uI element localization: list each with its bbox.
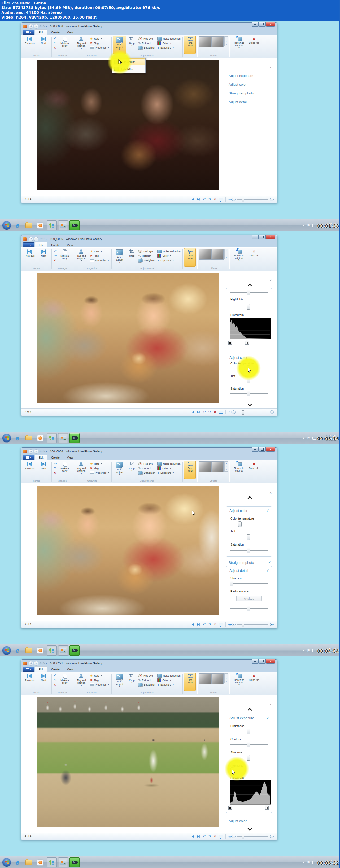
effect-thumbnail[interactable] [211, 36, 223, 47]
maximize-button[interactable] [259, 447, 266, 452]
crop-button[interactable]: Crop▼ [127, 35, 137, 54]
forward-button[interactable]: ► [34, 237, 38, 241]
effect-thumbnail[interactable] [211, 249, 223, 260]
shadows-slider[interactable] [230, 289, 268, 296]
file-menu-button[interactable]: ▼ [23, 30, 34, 35]
flag-button[interactable]: ⚑Flag [89, 466, 110, 470]
taskbar-internet-explorer-button[interactable]: e [12, 220, 23, 230]
tag-and-caption-button[interactable]: Tag and caption▼ [74, 673, 89, 691]
rotate-left-button[interactable]: ↶ [53, 673, 58, 678]
start-button[interactable] [2, 858, 11, 867]
rotate-right-button[interactable]: ↷ [53, 253, 58, 258]
red-eye-button[interactable]: Red eye [137, 36, 156, 41]
next-button[interactable]: Next [37, 673, 50, 691]
noise-reduction-button[interactable]: Noise reduction [156, 673, 181, 678]
next-button[interactable]: Next [37, 461, 50, 479]
exposure-button[interactable]: ◐Exposure▼ [156, 682, 181, 687]
fine-tune-button[interactable]: Fine tune [184, 673, 196, 691]
taskbar-camcorder-app-button[interactable] [69, 858, 80, 867]
straighten-button[interactable]: Straighten [137, 258, 156, 262]
action-center-icon[interactable]: ⚑ [307, 223, 310, 227]
straighten-photo-link[interactable]: Straighten photo [228, 561, 254, 565]
next-icon[interactable] [197, 835, 200, 838]
scroll-down-chevron[interactable] [248, 402, 252, 407]
tab-edit[interactable]: Edit [35, 29, 47, 35]
rotate-right-button[interactable]: ↷ [53, 41, 58, 45]
tint-slider[interactable] [230, 534, 268, 540]
minimize-button[interactable] [252, 235, 258, 239]
undo-icon[interactable]: ↶ [39, 661, 42, 665]
properties-button[interactable]: Properties▼ [89, 470, 110, 475]
make-a-copy-button[interactable]: Make a copy [58, 673, 71, 691]
next-icon[interactable] [197, 623, 200, 626]
rate-button[interactable]: ★Rate▼ [89, 249, 110, 253]
scroll-up-chevron[interactable] [248, 708, 252, 713]
maximize-button[interactable] [259, 235, 266, 239]
flag-button[interactable]: ⚑Flag [89, 41, 110, 45]
red-eye-button[interactable]: Red eye [137, 461, 156, 466]
taskbar-photo-gallery-button[interactable] [58, 646, 68, 656]
noise-reduction-button[interactable]: Noise reduction [156, 36, 181, 41]
fine-tune-button[interactable]: Fine tune [184, 35, 196, 54]
red-eye-button[interactable]: Red eye [137, 249, 156, 253]
file-menu-button[interactable]: ▼ [23, 455, 34, 460]
action-center-icon[interactable]: ⚑ [307, 860, 310, 864]
tab-view[interactable]: View [64, 667, 76, 672]
show-hidden-icons-button[interactable]: ▲ [302, 224, 305, 226]
taskbar-explorer-button[interactable] [24, 433, 34, 443]
taskbar-media-player-button[interactable] [35, 433, 45, 443]
start-button[interactable] [2, 221, 11, 230]
zoom-slider[interactable] [237, 623, 268, 626]
exposure-button[interactable]: ◐Exposure▼ [156, 258, 181, 262]
previous-button[interactable]: Previous [23, 461, 36, 479]
scroll-up-chevron[interactable] [248, 284, 252, 288]
taskbar-photo-gallery-button[interactable] [58, 220, 68, 230]
start-button[interactable] [2, 434, 11, 443]
color-button[interactable]: Color▼ [156, 466, 181, 470]
fit-to-window-icon[interactable] [228, 835, 232, 838]
close-button[interactable]: × [266, 659, 275, 663]
tab-create[interactable]: Create [48, 455, 63, 460]
maximize-button[interactable] [259, 659, 266, 663]
forward-button[interactable]: ► [34, 661, 38, 665]
zoom-in-button[interactable]: + [270, 835, 274, 838]
delete-button[interactable]: × [53, 470, 58, 475]
rotate-left-icon[interactable]: ↶ [203, 623, 206, 626]
tab-view[interactable]: View [64, 242, 76, 247]
flag-button[interactable]: ⚑Flag [89, 678, 110, 682]
previous-icon[interactable] [191, 623, 194, 626]
next-icon[interactable] [197, 198, 200, 201]
highlights-slider[interactable] [230, 304, 268, 310]
slideshow-icon[interactable] [219, 410, 223, 414]
noise-reduction-button[interactable]: Noise reduction [156, 461, 181, 466]
effects-scroll-strip[interactable]: ▲▼▼ [224, 36, 228, 46]
auto-adjust-button[interactable]: Auto adjust▼ Auto adjust Settings... [113, 35, 126, 54]
shadows-slider[interactable] [230, 755, 268, 761]
auto-adjust-button[interactable]: Auto adjust▼ [113, 673, 126, 691]
straighten-button[interactable]: Straighten [137, 682, 156, 687]
fine-tune-button[interactable]: Fine tune [184, 461, 196, 479]
undo-icon[interactable]: ↶ [39, 24, 42, 28]
minimize-button[interactable] [252, 447, 258, 452]
retouch-button[interactable]: ✎Retouch [137, 678, 156, 682]
contrast-slider[interactable] [230, 742, 268, 748]
menu-item-settings[interactable]: Settings... [113, 65, 145, 72]
analyze-button[interactable]: Analyze [236, 596, 262, 601]
taskbar-explorer-button[interactable] [24, 858, 34, 867]
rotate-right-icon[interactable]: ↷ [209, 410, 211, 414]
taskbar-camcorder-app-button[interactable] [69, 220, 80, 230]
tab-view[interactable]: View [64, 455, 76, 460]
minimize-button[interactable] [252, 659, 258, 663]
white-point-handle[interactable] [265, 805, 269, 810]
revert-to-original-button[interactable]: ↺ Revert to original▼ [231, 35, 247, 54]
taskbar-internet-explorer-button[interactable]: e [12, 433, 23, 443]
revert-to-original-button[interactable]: ↺ Revert to original▼ [231, 673, 247, 691]
next-button[interactable]: Next [37, 35, 50, 54]
retouch-button[interactable]: ✎Retouch [137, 41, 156, 45]
rate-button[interactable]: ★Rate▼ [89, 673, 110, 678]
close-file-button[interactable]: × Close file [248, 673, 260, 691]
taskbar-messenger-button[interactable] [47, 433, 57, 443]
zoom-slider[interactable] [237, 410, 268, 414]
delete-icon[interactable]: × [214, 623, 216, 626]
fit-to-window-icon[interactable] [228, 623, 232, 626]
